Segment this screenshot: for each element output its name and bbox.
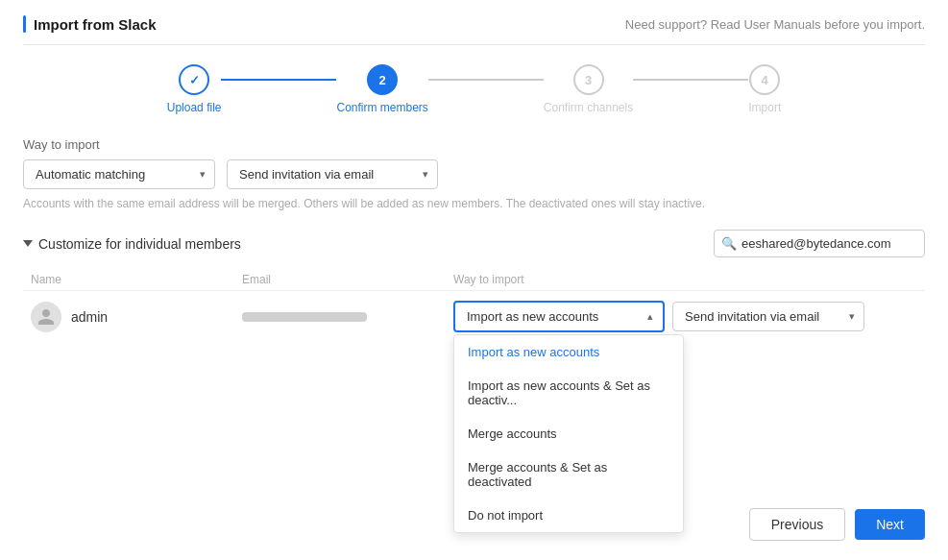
avatar xyxy=(31,302,61,332)
member-import-dropdown[interactable]: Import as new accounts ▴ Import as new a… xyxy=(453,301,665,332)
import-hint-text: Accounts with the same email address wil… xyxy=(23,197,925,210)
col-import-header: Way to import xyxy=(453,273,917,286)
step-3-label: Confirm channels xyxy=(544,101,633,114)
step-1-label: Upload file xyxy=(167,101,222,114)
secondary-select-wrapper: Send invitation via email Do not send in… xyxy=(227,159,438,189)
step-3-circle: 3 xyxy=(573,64,604,95)
title-accent-bar xyxy=(23,15,26,33)
member-name: admin xyxy=(71,309,108,325)
collapse-triangle-icon xyxy=(23,240,33,247)
footer-buttons: Previous Next xyxy=(749,508,925,541)
page-title: Import from Slack xyxy=(23,15,157,33)
import-dropdown-menu: Import as new accounts Import as new acc… xyxy=(453,334,684,533)
connector-3-4 xyxy=(633,79,748,81)
customize-title-text: Customize for individual members xyxy=(38,236,241,252)
search-wrapper: 🔍 xyxy=(714,230,925,257)
col-email-header: Email xyxy=(242,273,453,286)
send-invitation-select-wrapper: Send invitation via email Do not send in… xyxy=(672,302,864,331)
step-confirm-channels: 3 Confirm channels xyxy=(544,64,633,114)
step-2-circle: 2 xyxy=(367,64,398,95)
step-1-circle: ✓ xyxy=(179,64,209,95)
primary-select-wrapper: Automatic matching Import all as new Mer… xyxy=(23,159,215,189)
way-to-import-label: Way to import xyxy=(23,137,925,152)
search-icon: 🔍 xyxy=(721,236,737,251)
table-row: admin Import as new accounts ▴ Import as… xyxy=(23,291,925,342)
customize-header: Customize for individual members 🔍 xyxy=(23,230,925,257)
dropdown-selected-value: Import as new accounts xyxy=(467,309,598,324)
customize-title[interactable]: Customize for individual members xyxy=(23,236,241,252)
step-2-label: Confirm members xyxy=(336,101,427,114)
dropdown-item-2[interactable]: Merge accounts xyxy=(454,417,683,450)
email-cell xyxy=(242,312,453,322)
progress-stepper: ✓ Upload file 2 Confirm members 3 Confir… xyxy=(23,45,925,137)
way-to-import-cell: Import as new accounts ▴ Import as new a… xyxy=(453,301,917,332)
connector-1-2 xyxy=(221,79,336,81)
customize-section: Customize for individual members 🔍 Name … xyxy=(23,230,925,342)
primary-import-select[interactable]: Automatic matching Import all as new Mer… xyxy=(23,159,215,189)
table-header: Name Email Way to import xyxy=(23,269,925,291)
step-import: 4 Import xyxy=(748,64,781,114)
dropdown-item-1[interactable]: Import as new accounts & Set as deactiv.… xyxy=(454,369,683,417)
member-search-input[interactable] xyxy=(714,230,925,257)
col-name-header: Name xyxy=(31,273,242,286)
import-controls: Automatic matching Import all as new Mer… xyxy=(23,159,925,189)
page-header: Import from Slack Need support? Read Use… xyxy=(23,15,925,45)
step-4-circle: 4 xyxy=(749,64,780,95)
dropdown-item-4[interactable]: Do not import xyxy=(454,499,683,532)
step-4-label: Import xyxy=(748,101,781,114)
send-invitation-select[interactable]: Send invitation via email Do not send in… xyxy=(672,302,864,331)
dropdown-item-0[interactable]: Import as new accounts xyxy=(454,335,683,369)
secondary-import-select[interactable]: Send invitation via email Do not send in… xyxy=(227,159,438,189)
member-import-dropdown-btn[interactable]: Import as new accounts ▴ xyxy=(453,301,665,332)
member-cell: admin xyxy=(31,302,242,332)
dropdown-up-arrow-icon: ▴ xyxy=(647,310,653,323)
dropdown-item-3[interactable]: Merge accounts & Set as deactivated xyxy=(454,450,683,499)
next-button[interactable]: Next xyxy=(855,509,925,540)
connector-2-3 xyxy=(428,79,544,81)
email-redacted xyxy=(242,312,367,322)
step-confirm-members: 2 Confirm members xyxy=(336,64,427,114)
step-upload-file: ✓ Upload file xyxy=(167,64,222,114)
support-link[interactable]: Need support? Read User Manuals before y… xyxy=(625,17,925,32)
way-to-import-section: Way to import Automatic matching Import … xyxy=(23,137,925,210)
previous-button[interactable]: Previous xyxy=(749,508,845,541)
